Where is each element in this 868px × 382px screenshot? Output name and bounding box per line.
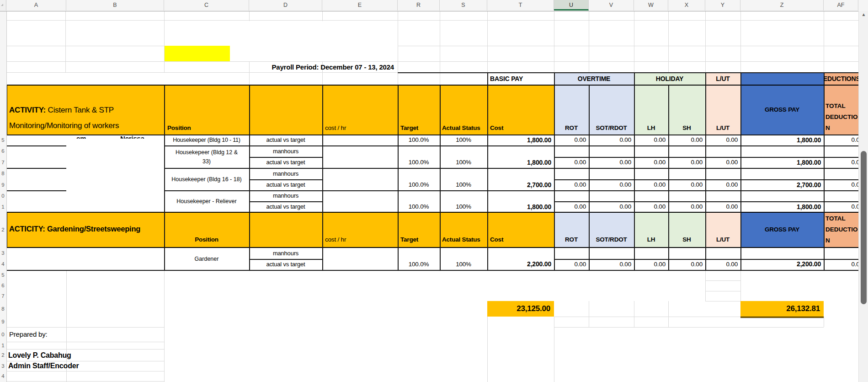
sh-value[interactable]: 0.00 [668,179,703,190]
position-cell[interactable]: Housekepeer (Bldg 12 & 33) [165,145,249,168]
lh-value[interactable]: 0.00 [634,135,666,145]
deduction-value[interactable]: 0.00 [824,201,863,212]
metric-cell[interactable]: actual vs target [249,135,322,145]
column-header-V[interactable]: V [589,0,634,11]
row-number[interactable]: 9 [0,179,6,190]
rot-value[interactable]: 0.00 [554,201,586,212]
scroll-up-icon[interactable]: ▲ [859,12,868,17]
lh-value[interactable]: 0.00 [634,258,666,270]
basic-pay-total[interactable]: 23,125.00 [487,301,550,317]
actual-value[interactable]: 100% [440,157,487,168]
row-number[interactable]: 3 [0,361,6,371]
row-number[interactable]: 4 [0,371,6,381]
sh-value[interactable]: 0.00 [668,258,703,270]
lut-value[interactable]: 0.00 [705,179,738,190]
select-all-corner[interactable] [0,0,6,11]
metric-cell[interactable]: manhours [249,145,322,157]
column-header-AF[interactable]: AF [824,0,858,11]
cost-value[interactable]: 2,200.00 [487,258,551,270]
row-number[interactable]: 5 [0,270,6,280]
scrollbar-thumb[interactable] [861,151,867,304]
column-header-D[interactable]: D [249,0,322,11]
deduction-value[interactable]: 0.00 [824,157,863,168]
metric-cell[interactable]: actual vs target [249,259,322,270]
sot-value[interactable]: 0.00 [589,179,631,190]
row-number[interactable]: 2 [0,212,6,247]
rot-value[interactable]: 0.00 [554,258,586,270]
target-value[interactable]: 100.0% [398,201,440,212]
column-header-C[interactable]: C [164,0,249,11]
sh-value[interactable]: 0.00 [668,201,703,212]
sot-value[interactable]: 0.00 [589,258,631,270]
lut-value[interactable]: 0.00 [705,258,738,270]
sot-value[interactable]: 0.00 [589,135,631,145]
position-cell[interactable]: Gardener [165,247,249,270]
column-header-S[interactable]: S [440,0,487,11]
column-header-U-selected[interactable]: U [554,0,589,11]
lh-value[interactable]: 0.00 [634,179,666,190]
row-number[interactable]: 6 [0,280,6,291]
cost-value[interactable]: 1,800.00 [487,135,551,145]
target-value[interactable]: 100.0% [398,135,440,145]
gross-total[interactable]: 26,132.81 [740,301,820,317]
cost-value[interactable]: 1,800.00 [487,157,551,168]
gross-value[interactable]: 1,800.00 [740,201,821,212]
row-number[interactable]: 2 [0,349,6,361]
lh-value[interactable]: 0.00 [634,157,666,168]
row-number[interactable]: 7 [0,291,6,301]
row-number[interactable]: 7 [0,157,6,168]
sh-value[interactable]: 0.00 [668,135,703,145]
vertical-scrollbar[interactable]: ▲ [858,11,868,382]
metric-cell[interactable]: manhours [249,168,322,179]
row-number[interactable]: 3 [0,247,6,258]
sot-value[interactable]: 0.00 [589,157,631,168]
metric-cell[interactable]: manhours [249,247,322,259]
row-number[interactable]: 9 [0,317,6,327]
metric-cell[interactable]: actual vs target [249,157,322,168]
actual-value[interactable]: 100% [440,179,487,190]
deduction-value[interactable]: 0.00 [824,258,863,270]
sot-value[interactable]: 0.00 [589,201,631,212]
rot-value[interactable]: 0.00 [554,179,586,190]
metric-cell[interactable]: manhours [249,190,322,201]
column-header-R[interactable]: R [398,0,440,11]
lut-value[interactable]: 0.00 [705,157,738,168]
row-number[interactable]: 8 [0,301,6,317]
position-cell[interactable]: Housekeeper - Reliever [165,190,249,212]
column-header-Z[interactable]: Z [740,0,824,11]
cost-value[interactable]: 2,700.00 [487,179,551,190]
rot-value[interactable]: 0.00 [554,157,586,168]
gross-value[interactable]: 1,800.00 [740,157,821,168]
lh-value[interactable]: 0.00 [634,201,666,212]
metric-cell[interactable]: actual vs target [249,179,322,190]
actual-value[interactable]: 100% [440,135,487,145]
row-number[interactable]: 5 [0,135,6,145]
column-header-B[interactable]: B [66,0,164,11]
target-value[interactable]: 100.0% [398,179,440,190]
position-cell[interactable]: Housekeeper (Bldg 16 - 18) [165,168,249,190]
highlighted-cell-yellow[interactable] [165,46,230,61]
sh-value[interactable]: 0.00 [668,157,703,168]
target-value[interactable]: 100.0% [398,157,440,168]
column-header-E[interactable]: E [322,0,398,11]
column-header-A[interactable]: A [6,0,66,11]
deduction-value[interactable]: 0.00 [824,179,863,190]
row-number[interactable]: 0 [0,190,6,201]
row-number[interactable]: 1 [0,201,6,212]
target-value[interactable]: 100.0% [398,258,440,270]
row-number[interactable]: 0 [0,327,6,342]
metric-cell[interactable]: actual vs target [249,201,322,212]
lut-value[interactable]: 0.00 [705,201,738,212]
row-number[interactable]: 8 [0,168,6,179]
rot-value[interactable]: 0.00 [554,135,586,145]
cost-value[interactable]: 1,800.00 [487,201,551,212]
row-number[interactable]: 4 [0,258,6,270]
row-number[interactable]: 6 [0,145,6,157]
lut-value[interactable]: 0.00 [705,135,738,145]
gross-value[interactable]: 2,200.00 [740,258,821,270]
gross-value[interactable]: 1,800.00 [740,135,821,145]
row-number[interactable]: 1 [0,342,6,349]
column-header-Y[interactable]: Y [705,0,740,11]
deduction-value[interactable]: 0.00 [824,135,863,145]
actual-value[interactable]: 100% [440,258,487,270]
